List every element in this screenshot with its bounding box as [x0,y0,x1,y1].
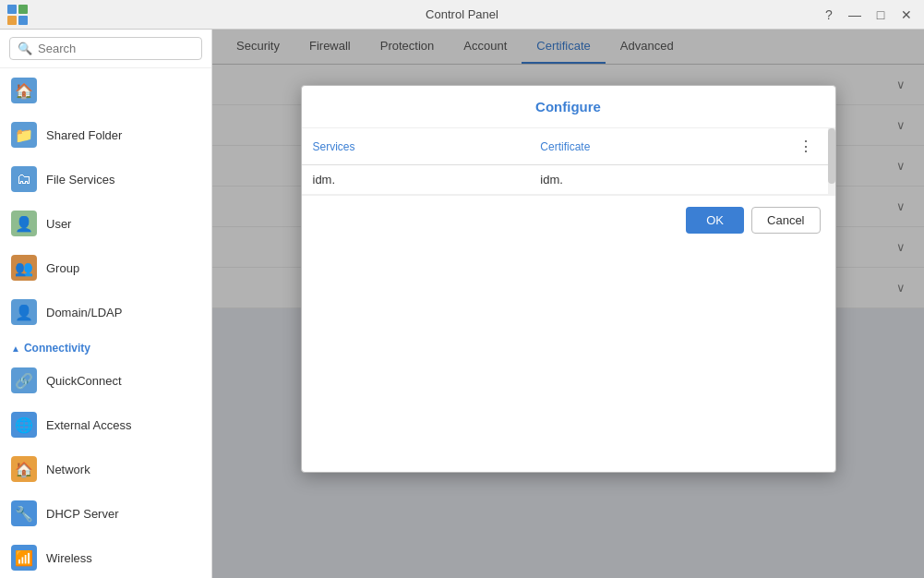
sidebar-item-home[interactable]: 🏠 [0,68,211,113]
search-box[interactable]: 🔍 [9,37,202,60]
svg-rect-1 [18,5,28,14]
certificate-cell: idm. [529,165,783,195]
app-logo [7,5,28,25]
connectivity-chevron-icon: ▲ [11,343,20,354]
search-icon: 🔍 [18,42,32,55]
group-icon: 👥 [11,255,37,281]
scrollbar-thumb [828,128,835,184]
minimize-button[interactable]: — [845,5,865,25]
file-services-icon: 🗂 [11,166,37,192]
table-actions-menu-button[interactable]: ⋮ [795,136,817,157]
modal-table-wrap: Services Certificate ⋮ [302,128,828,195]
modal-footer: OK Cancel [302,195,835,245]
sidebar-item-dhcp-server[interactable]: 🔧 DHCP Server [0,491,211,536]
sidebar-search-container: 🔍 [0,30,211,68]
network-label: Network [46,463,90,476]
sidebar-item-wireless[interactable]: 📶 Wireless [0,536,211,578]
connectivity-label: Connectivity [24,342,90,355]
shared-folder-icon: 📁 [11,122,37,148]
svg-rect-3 [18,16,28,25]
sidebar-item-domain-ldap[interactable]: 👤 Domain/LDAP [0,290,211,334]
titlebar: Control Panel ? — □ ✕ [0,0,924,30]
modal-scrollbar[interactable] [828,128,835,195]
sidebar-item-group[interactable]: 👥 Group [0,246,211,290]
close-button[interactable]: ✕ [896,5,917,25]
col-certificate-header: Certificate [529,128,783,165]
search-input[interactable] [38,42,194,55]
wireless-icon: 📶 [11,545,37,571]
configure-table: Services Certificate ⋮ [302,128,828,195]
svg-rect-0 [7,5,17,14]
sidebar-item-file-services[interactable]: 🗂 File Services [0,157,211,201]
content-area: Security Firewall Protection Account Cer… [212,30,924,578]
main-layout: 🔍 🏠 📁 Shared Folder 🗂 File Services 👤 Us… [0,30,924,578]
sidebar-item-shared-folder[interactable]: 📁 Shared Folder [0,113,211,157]
modal-overlay: Configure Services Certificate [212,30,924,578]
service-cell: idm. [302,165,530,195]
quickconnect-label: QuickConnect [46,374,122,388]
dhcp-server-label: DHCP Server [46,507,119,521]
window-controls: ? — □ ✕ [819,5,917,25]
wireless-label: Wireless [46,551,92,565]
user-icon: 👤 [11,211,37,236]
row-actions-cell [784,165,828,195]
ok-button[interactable]: OK [686,207,744,234]
sidebar-section-connectivity: ▲ Connectivity [0,334,211,358]
external-access-label: External Access [46,418,132,432]
quickconnect-icon: 🔗 [11,367,37,393]
modal-title: Configure [302,86,835,128]
group-label: Group [46,261,79,275]
sidebar-item-user[interactable]: 👤 User [0,201,211,246]
col-actions-header: ⋮ [784,128,828,165]
external-access-icon: 🌐 [11,412,37,438]
domain-ldap-icon: 👤 [11,299,37,325]
sidebar-item-external-access[interactable]: 🌐 External Access [0,403,211,447]
svg-rect-2 [7,16,17,25]
sidebar: 🔍 🏠 📁 Shared Folder 🗂 File Services 👤 Us… [0,30,212,578]
sidebar-item-quickconnect[interactable]: 🔗 QuickConnect [0,358,211,403]
cancel-button[interactable]: Cancel [751,207,820,234]
app-logo-icon [7,5,28,25]
shared-folder-label: Shared Folder [46,128,122,142]
sidebar-item-network[interactable]: 🏠 Network [0,447,211,491]
user-label: User [46,217,71,231]
modal-content: Services Certificate ⋮ [302,128,835,195]
table-body: idm. idm. [302,165,828,195]
domain-ldap-label: Domain/LDAP [46,306,122,319]
dhcp-server-icon: 🔧 [11,500,37,526]
table-header-row: Services Certificate ⋮ [302,128,828,165]
network-icon: 🏠 [11,456,37,482]
file-services-label: File Services [46,173,114,187]
table-header: Services Certificate ⋮ [302,128,828,165]
table-row: idm. idm. [302,165,828,195]
window-title: Control Panel [426,7,498,21]
help-button[interactable]: ? [819,5,839,25]
maximize-button[interactable]: □ [870,5,891,25]
configure-modal: Configure Services Certificate [301,85,836,473]
home-icon: 🏠 [11,78,37,103]
col-services-header: Services [302,128,530,165]
